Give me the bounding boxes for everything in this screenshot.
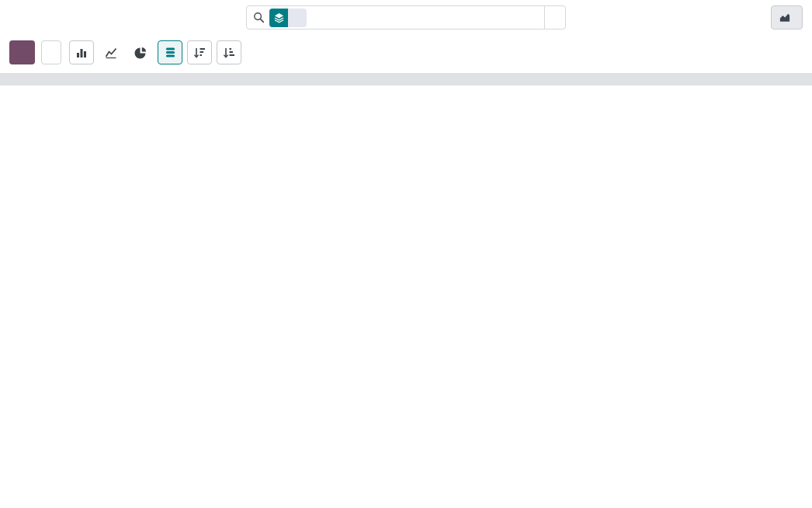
pie-chart-icon <box>134 47 147 59</box>
measures-button[interactable] <box>9 40 35 64</box>
chart-svg <box>0 101 812 503</box>
divider-band <box>0 73 812 85</box>
line-chart-icon <box>105 47 117 59</box>
search-bar <box>246 5 566 30</box>
graph-controls <box>69 40 241 64</box>
search-input[interactable] <box>307 12 544 23</box>
chart-panel <box>0 85 812 508</box>
bar-chart-button[interactable] <box>69 40 94 64</box>
line-chart-button[interactable] <box>99 40 123 64</box>
sort-ascending-icon <box>223 47 235 59</box>
search-facet[interactable] <box>269 9 307 27</box>
pie-chart-button[interactable] <box>128 40 153 64</box>
layers-icon <box>269 9 288 27</box>
view-switcher-button[interactable] <box>771 5 803 30</box>
gear-icon[interactable] <box>16 16 19 19</box>
page: { "colors": { "primary": "#714B67", "acc… <box>0 0 812 508</box>
bar-chart-icon <box>75 47 88 59</box>
search-dropdown-toggle[interactable] <box>544 6 565 29</box>
control-panel-top-row <box>0 0 812 34</box>
sort-descending-icon <box>193 47 206 59</box>
area-chart-icon <box>779 12 791 23</box>
facet-label <box>288 9 299 27</box>
facet-remove-icon[interactable] <box>299 9 307 27</box>
sort-ascending-button[interactable] <box>217 40 241 64</box>
search-icon <box>247 12 269 23</box>
chart-legend <box>0 85 812 101</box>
stacked-icon <box>165 47 176 58</box>
control-panel <box>0 0 812 73</box>
control-panel-bottom-row <box>0 34 812 73</box>
stacked-toggle-button[interactable] <box>158 40 182 64</box>
insert-in-spreadsheet-button[interactable] <box>41 40 61 64</box>
sort-descending-button[interactable] <box>187 40 212 64</box>
